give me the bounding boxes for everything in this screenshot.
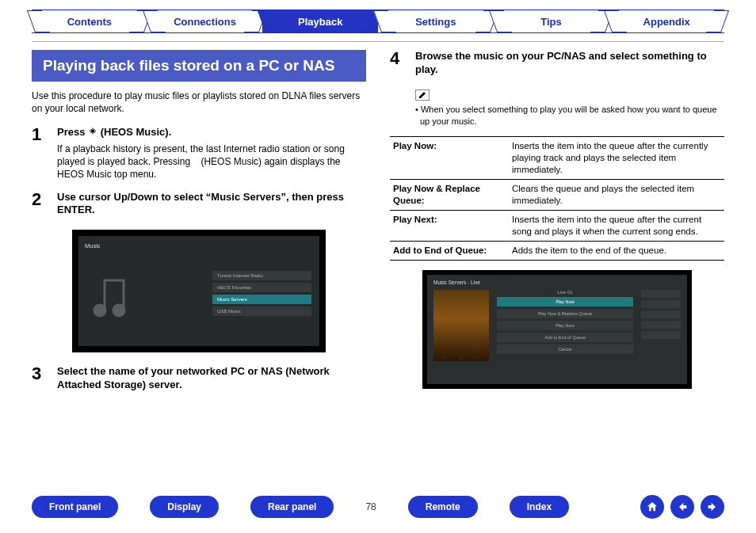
tab-label: Settings [415,16,456,28]
step-number: 1 [32,126,48,181]
shot2-option: Cancel [497,345,633,354]
queue-val: Inserts the item into the queue after th… [509,211,724,242]
tab-label: Tips [540,16,562,28]
shot2-option: Play Next [497,321,633,330]
heos-music-icon [89,128,97,139]
svg-point-0 [94,305,105,316]
shot-menu-item: TuneIn Internet Radio [212,271,311,280]
tab-contents[interactable]: Contents [32,10,147,33]
shot2-side-list [641,290,681,361]
screenshot-queue-options: Music Servers - Live Live 01 Play Now Pl… [422,270,692,389]
tab-label: Connections [174,16,236,28]
page-nav-icons [640,495,724,519]
shot2-options: Play Now Play Now & Replace Queue Play N… [497,297,633,354]
queue-key: Play Now & Replace Queue: [390,180,509,211]
tab-label: Contents [67,16,112,28]
tab-settings[interactable]: Settings [378,10,494,33]
table-row: Play Now: Inserts the item into the queu… [390,137,724,180]
queue-val: Clears the queue and plays the selected … [509,180,724,211]
home-button[interactable] [640,495,664,519]
table-row: Play Next: Inserts the item into the que… [390,211,724,242]
right-column: 4 Browse the music on your PC/NAS and se… [390,50,724,405]
step-title-part: (HEOS Music). [101,126,172,138]
shot2-option-selected: Play Now [497,297,633,306]
screenshot-music-menu: Music TuneIn Internet Radio HEOS Favorit… [72,230,326,352]
shot2-option: Play Now & Replace Queue [497,309,633,318]
top-tabs: Contents Connections Playback Settings T… [0,0,756,33]
shot2-album-art [433,290,489,361]
queue-key: Play Next: [390,211,509,242]
front-panel-button[interactable]: Front panel [32,496,118,518]
step-number: 3 [32,365,48,395]
step-4: 4 Browse the music on your PC/NAS and se… [390,50,724,80]
tab-appendix[interactable]: Appendix [609,10,724,33]
index-button[interactable]: Index [510,496,569,518]
next-page-button[interactable] [701,495,724,519]
shot2-header: Music Servers - Live [433,280,681,285]
tab-label: Appendix [643,16,690,28]
step-number: 4 [390,50,406,80]
tab-label: Playback [298,16,342,28]
tab-playback[interactable]: Playback [262,10,378,33]
step-number: 2 [32,191,48,221]
shot2-option: Add to End of Queue [497,333,633,342]
prev-page-button[interactable] [670,495,694,519]
queue-val: Adds the item to the end of the queue. [509,242,724,261]
queue-key: Add to End of Queue: [390,242,509,261]
section-title: Playing back files stored on a PC or NAS [32,50,366,82]
note-text: When you select something to play you wi… [415,104,724,128]
intro-text: Use this procedure to play music files o… [32,89,366,115]
step-1: 1 Press (HEOS Music). If a playback hist… [32,126,366,181]
table-row: Add to End of Queue: Adds the item to th… [390,242,724,261]
shot-menu-item-selected: Music Servers [212,295,311,304]
step-title: Select the name of your networked PC or … [57,365,366,392]
queue-key: Play Now: [390,137,509,180]
queue-options-table: Play Now: Inserts the item into the queu… [390,136,724,261]
tab-tips[interactable]: Tips [494,10,609,33]
rear-panel-button[interactable]: Rear panel [250,496,334,518]
table-row: Play Now & Replace Queue: Clears the que… [390,180,724,211]
page-number: 78 [365,501,376,512]
remote-button[interactable]: Remote [408,496,478,518]
bottom-nav: Front panel Display Rear panel 78 Remote… [32,495,724,519]
shot-menu-item: HEOS Favorites [212,283,311,292]
shot2-track-title: Live 01 [497,290,633,295]
step-3: 3 Select the name of your networked PC o… [32,365,366,395]
tab-connections[interactable]: Connections [147,10,263,33]
step-2: 2 Use cursor Up/Down to select “Music Se… [32,191,366,221]
queue-val: Inserts the item into the queue after th… [509,137,724,180]
page-content: Playing back files stored on a PC or NAS… [0,42,756,405]
arrow-right-icon [706,501,719,513]
music-note-icon [90,274,134,322]
shot-menu-item: USB Music [212,306,311,316]
svg-point-1 [113,305,124,316]
home-icon [646,501,659,513]
step-title: Press (HEOS Music). [57,126,366,139]
arrow-left-icon [676,501,689,513]
shot-title: Music [85,242,313,249]
step-title: Use cursor Up/Down to select “Music Serv… [57,191,366,218]
step-title-part: Press [57,126,88,138]
shot-menu: TuneIn Internet Radio HEOS Favorites Mus… [212,271,311,316]
step-text: If a playback history is present, the la… [57,143,366,181]
left-column: Playing back files stored on a PC or NAS… [32,50,366,405]
note-icon [415,89,430,101]
display-button[interactable]: Display [150,496,219,518]
step-title: Browse the music on your PC/NAS and sele… [415,50,724,77]
